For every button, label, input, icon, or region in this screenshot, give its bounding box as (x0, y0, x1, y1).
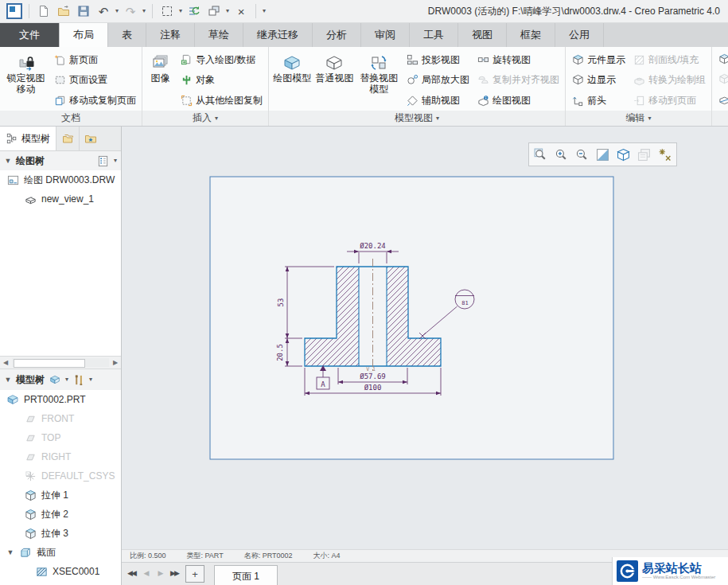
part-filter-dropdown-icon[interactable]: ▾ (65, 376, 68, 383)
tree-tools-icon[interactable] (72, 373, 85, 386)
tree-item-front-plane[interactable]: FRONT (0, 409, 121, 428)
import-drawing-data-button[interactable]: 导入绘图/数据 (177, 50, 265, 69)
general-view-button[interactable]: 普通视图 (314, 49, 354, 111)
scroll-thumb[interactable] (14, 359, 85, 368)
drawing-view-button[interactable]: 绘图视图 (474, 91, 562, 110)
collapse-icon[interactable]: ▼ (6, 548, 14, 556)
new-file-button[interactable] (36, 3, 52, 19)
tab-folder-browser[interactable] (56, 127, 80, 150)
svg-text:Ø100: Ø100 (364, 384, 382, 392)
group-label-insert[interactable]: 插入▾ (142, 111, 268, 126)
tab-model-tree[interactable]: 模型树 (0, 127, 56, 150)
selection-filter-button[interactable] (159, 3, 175, 19)
window-cascade-button[interactable] (206, 3, 222, 19)
scroll-left-icon[interactable]: ◀ (0, 359, 11, 366)
new-page-button[interactable]: 新页面 (51, 50, 138, 69)
previous-page-button[interactable]: ◀ (139, 565, 152, 581)
tree-item-default-csys[interactable]: DEFAULT_CSYS (0, 466, 121, 486)
tab-analysis[interactable]: 分析 (313, 23, 361, 47)
scroll-right-icon[interactable]: ▶ (110, 359, 121, 366)
arrows-button[interactable]: 箭头 (569, 91, 628, 110)
tree-item-xsec0001[interactable]: XSEC0001 (0, 562, 121, 581)
cube-icon (718, 92, 728, 105)
undo-dropdown-icon[interactable]: ▾ (115, 8, 119, 14)
redo-button[interactable]: ↷ (123, 3, 138, 19)
redo-dropdown-icon[interactable]: ▾ (142, 8, 146, 14)
tab-table[interactable]: 表 (108, 23, 146, 47)
tree-item-extrude-3[interactable]: 拉伸 3 (0, 524, 121, 543)
selection-filter-dropdown-icon[interactable]: ▾ (179, 8, 182, 14)
replace-view-icon (368, 53, 389, 73)
add-page-button[interactable]: + (185, 565, 204, 583)
title-bar: ↶ ▾ ↷ ▾ ▾ ▾ × ▾ DRW0003 (活动的) F:\晴峰学习\dr… (0, 0, 728, 23)
tab-layout[interactable]: 布局 (60, 23, 108, 47)
open-file-button[interactable] (56, 3, 72, 19)
projection-view-button[interactable]: 投影视图 (403, 50, 472, 69)
partial-button-1[interactable] (715, 49, 728, 68)
tree-item-new-view-1[interactable]: new_view_1 (0, 189, 121, 209)
view-label[interactable]: V_1 (366, 366, 376, 372)
tab-favorites[interactable] (80, 127, 102, 150)
group-label-model-views[interactable]: 模型视图▾ (269, 111, 565, 126)
cross-section-icon (35, 565, 48, 578)
tree-item-right-plane[interactable]: RIGHT (0, 447, 121, 466)
image-button[interactable]: 图像 (146, 49, 175, 111)
datum-plane-icon (24, 431, 37, 444)
tree-item-part[interactable]: PRT0002.PRT (0, 390, 121, 409)
tree-settings-dropdown-icon[interactable]: ▾ (114, 158, 117, 164)
tree-item-drawing-root[interactable]: 绘图 DRW0003.DRW (0, 170, 121, 189)
tab-frame[interactable]: 框架 (507, 23, 555, 47)
object-button[interactable]: 对象 (177, 71, 265, 90)
tab-tools[interactable]: 工具 (410, 23, 458, 47)
regenerate-button[interactable] (186, 3, 202, 19)
detail-view-button[interactable]: 局部放大图 (403, 71, 472, 90)
tree-item-extrude-2[interactable]: 拉伸 2 (0, 505, 121, 524)
tab-sketch[interactable]: 草绘 (195, 23, 243, 47)
tab-common[interactable]: 公用 (555, 23, 604, 47)
component-display-button[interactable]: 元件显示 (569, 50, 628, 69)
tree-tools-dropdown-icon[interactable]: ▾ (89, 376, 92, 383)
copy-from-other-drawing-button[interactable]: 从其他绘图复制 (177, 91, 265, 110)
tab-view[interactable]: 视图 (458, 23, 507, 47)
lock-view-move-button[interactable]: 锁定视图 移动 (3, 49, 49, 111)
tab-review[interactable]: 审阅 (361, 23, 410, 47)
collapse-icon[interactable]: ▼ (4, 157, 12, 165)
first-page-button[interactable]: ◀◀ (125, 565, 138, 581)
general-view-icon (324, 53, 345, 73)
tree-item-top-plane[interactable]: TOP (0, 428, 121, 447)
tree-item-section[interactable]: ▼ 截面 (0, 543, 121, 562)
drawing-tree: 绘图 DRW0003.DRW new_view_1 (0, 170, 121, 356)
tab-legacy-migration[interactable]: 继承迁移 (243, 23, 313, 47)
tree-settings-icon[interactable] (97, 154, 110, 167)
auxiliary-view-button[interactable]: 辅助视图 (403, 91, 472, 110)
window-dropdown-icon[interactable]: ▾ (226, 8, 229, 14)
image-icon (150, 53, 171, 73)
tab-file[interactable]: 文件 (0, 23, 60, 47)
drawing-sheet[interactable]: Ø20.24 53 (122, 127, 728, 549)
close-window-button[interactable]: × (233, 3, 249, 19)
graphics-canvas[interactable]: Ø20.24 53 (122, 127, 728, 549)
collapse-icon[interactable]: ▼ (4, 376, 12, 384)
tree-item-extrude-1[interactable]: 拉伸 1 (0, 486, 121, 505)
part-filter-icon[interactable] (49, 373, 61, 386)
model-tree-header: ▼ 模型树 ▾ ▾ (0, 369, 121, 390)
drawing-tree-hscrollbar[interactable]: ◀ ▶ (0, 356, 121, 369)
page-setup-button[interactable]: 页面设置 (51, 71, 138, 90)
replace-view-model-button[interactable]: 替换视图 模型 (357, 49, 401, 111)
tab-annotate[interactable]: 注释 (146, 23, 195, 47)
customize-toolbar-icon[interactable]: ▾ (263, 8, 266, 14)
last-page-button[interactable]: ▶▶ (168, 565, 181, 581)
move-or-copy-page-button[interactable]: 移动或复制页面 (51, 91, 138, 110)
page-tab-1[interactable]: 页面 1 (214, 565, 278, 585)
group-label-edit[interactable]: 编辑▾ (566, 111, 711, 126)
ribbon-group-document: 锁定视图 移动 新页面 页面设置 移动或复制页面 文档 (0, 47, 142, 126)
drawing-models-button[interactable]: 绘图模型 (272, 49, 312, 111)
partial-button-3[interactable] (715, 89, 728, 108)
save-button[interactable] (76, 3, 91, 19)
projection-view-icon (406, 53, 419, 66)
revolve-view-button[interactable]: 旋转视图 (474, 50, 562, 69)
next-page-button[interactable]: ▶ (154, 565, 166, 581)
undo-button[interactable]: ↶ (95, 3, 111, 19)
extrude-icon (24, 527, 37, 540)
edge-display-button[interactable]: 边显示 (569, 71, 628, 90)
